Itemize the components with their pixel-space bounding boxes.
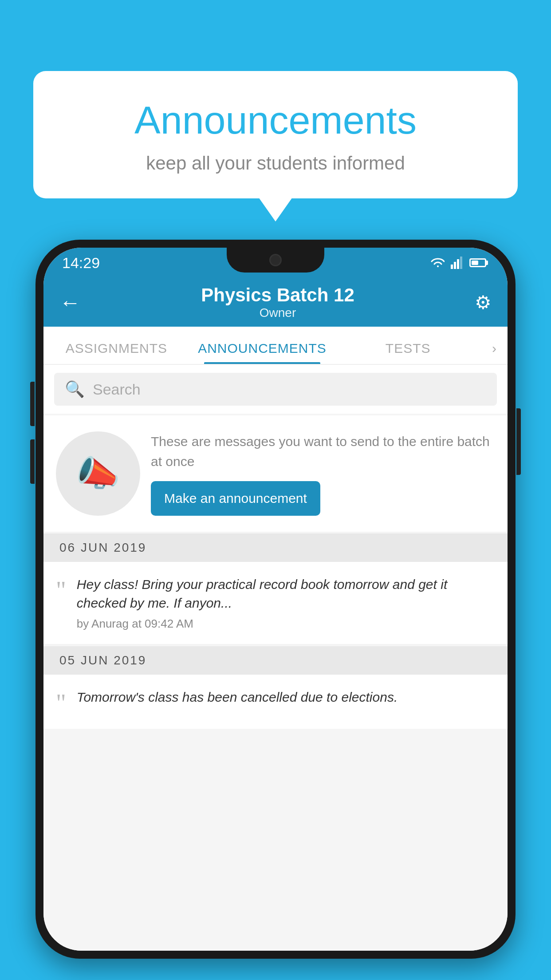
content-area: 🔍 Search 📣 These are messages you want t… — [43, 365, 508, 951]
svg-rect-3 — [460, 257, 462, 269]
camera-dot — [269, 254, 282, 266]
promo-right: These are messages you want to send to t… — [151, 431, 495, 516]
quote-icon-2: " — [56, 691, 66, 715]
phone-outer: 14:29 — [35, 240, 516, 959]
announcement-content-1: Hey class! Bring your practical record b… — [77, 575, 495, 631]
bubble-title: Announcements — [69, 98, 482, 143]
announcement-text-2: Tomorrow's class has been cancelled due … — [77, 688, 495, 707]
tab-announcements[interactable]: ANNOUNCEMENTS — [189, 341, 335, 364]
battery-icon — [469, 258, 486, 267]
bubble-subtitle: keep all your students informed — [69, 153, 482, 174]
back-button[interactable]: ← — [59, 290, 81, 315]
announcement-item-2[interactable]: " Tomorrow's class has been cancelled du… — [43, 675, 508, 729]
header-center: Physics Batch 12 Owner — [201, 285, 354, 320]
tab-tests[interactable]: TESTS — [335, 341, 481, 364]
header-title: Physics Batch 12 — [201, 285, 354, 306]
svg-rect-1 — [454, 262, 456, 269]
side-button-power[interactable] — [516, 408, 521, 475]
search-bar-container: 🔍 Search — [43, 365, 508, 414]
status-time: 14:29 — [62, 254, 100, 272]
search-input-wrapper[interactable]: 🔍 Search — [54, 373, 497, 406]
phone-screen: 14:29 — [43, 248, 508, 951]
settings-button[interactable]: ⚙ — [475, 292, 492, 313]
search-placeholder: Search — [93, 381, 141, 398]
megaphone-circle: 📣 — [56, 431, 140, 516]
speech-bubble-container: Announcements keep all your students inf… — [33, 71, 518, 198]
announcement-content-2: Tomorrow's class has been cancelled due … — [77, 688, 495, 711]
page-background: Announcements keep all your students inf… — [0, 0, 551, 980]
status-icons — [429, 257, 486, 269]
app-header: ← Physics Batch 12 Owner ⚙ — [43, 278, 508, 327]
announcement-meta-1: by Anurag at 09:42 AM — [77, 617, 495, 631]
promo-description: These are messages you want to send to t… — [151, 431, 495, 471]
quote-icon-1: " — [56, 578, 66, 603]
promo-card: 📣 These are messages you want to send to… — [43, 415, 508, 532]
megaphone-icon: 📣 — [76, 453, 120, 494]
signal-icon — [451, 257, 463, 269]
make-announcement-button[interactable]: Make an announcement — [151, 481, 320, 516]
side-button-volume-down[interactable] — [30, 439, 35, 484]
announcement-text-1: Hey class! Bring your practical record b… — [77, 575, 495, 612]
tab-more[interactable]: › — [481, 341, 508, 364]
phone-wrapper: 14:29 — [35, 240, 516, 980]
side-button-volume-up[interactable] — [30, 382, 35, 426]
date-divider-1: 06 JUN 2019 — [43, 533, 508, 562]
phone-notch — [227, 248, 324, 273]
svg-rect-0 — [451, 265, 453, 269]
header-subtitle: Owner — [201, 306, 354, 320]
announcement-item-1[interactable]: " Hey class! Bring your practical record… — [43, 562, 508, 644]
date-divider-2: 05 JUN 2019 — [43, 646, 508, 675]
tabs-container: ASSIGNMENTS ANNOUNCEMENTS TESTS › — [43, 327, 508, 365]
speech-bubble: Announcements keep all your students inf… — [33, 71, 518, 198]
svg-rect-2 — [457, 259, 459, 269]
search-icon: 🔍 — [65, 380, 85, 399]
tab-assignments[interactable]: ASSIGNMENTS — [43, 341, 189, 364]
wifi-icon — [429, 257, 445, 269]
